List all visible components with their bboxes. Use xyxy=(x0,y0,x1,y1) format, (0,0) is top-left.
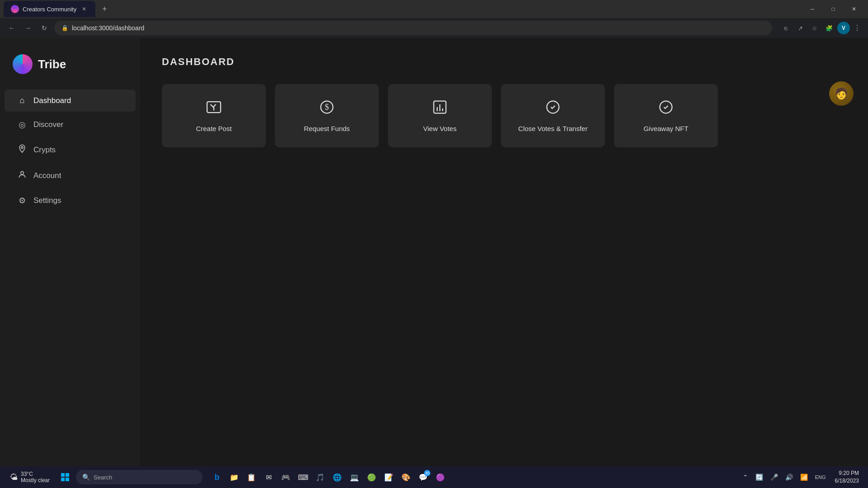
network-icon[interactable]: 🔄 xyxy=(754,472,765,483)
wifi-icon[interactable]: 📶 xyxy=(798,472,810,483)
svg-point-0 xyxy=(21,146,23,148)
close-button[interactable]: ✕ xyxy=(844,0,864,18)
sidebar-logo: Tribe xyxy=(0,47,140,89)
volume-icon[interactable]: 🔊 xyxy=(783,472,795,483)
language-indicator[interactable]: ENG xyxy=(813,474,828,480)
taskbar-chrome[interactable]: 🟢 xyxy=(363,469,380,485)
lock-icon: 🔒 xyxy=(61,25,68,31)
share-icon[interactable]: ↗ xyxy=(794,22,807,34)
lang-text: ENG xyxy=(815,474,826,480)
sidebar-item-discover[interactable]: ◎ Discover xyxy=(5,113,136,136)
tab-bar: Creators Community ✕ + ─ □ ✕ xyxy=(0,0,868,18)
taskbar-edge[interactable]: 🌐 xyxy=(329,469,345,485)
svg-rect-13 xyxy=(66,473,69,477)
weather-widget: 🌤 33°C Mostly clear xyxy=(5,469,54,486)
sidebar-item-account-label: Account xyxy=(33,171,61,180)
browser-chrome: Creators Community ✕ + ─ □ ✕ ← → ↻ 🔒 loc… xyxy=(0,0,868,38)
request-funds-card[interactable]: $ Request Funds xyxy=(275,84,379,147)
sidebar-item-dashboard[interactable]: ⌂ Dashboard xyxy=(5,89,136,112)
svg-text:$: $ xyxy=(325,103,329,112)
taskbar-terminal[interactable]: ⌨ xyxy=(295,469,311,485)
system-tray: ⌃ 🔄 🎤 🔊 📶 ENG 9:20 PM 6/18/2023 xyxy=(741,469,863,485)
taskbar-bing[interactable]: b xyxy=(209,469,225,485)
reload-button[interactable]: ↻ xyxy=(38,22,51,34)
url-bar[interactable]: 🔒 localhost:3000/dashboard xyxy=(54,21,772,35)
create-post-card[interactable]: Create Post xyxy=(162,84,266,147)
taskbar-apps: b 📁 📋 ✉ 🎮 ⌨ 🎵 🌐 💻 🟢 📝 🎨 💬 30 🟣 xyxy=(209,469,448,485)
close-votes-label: Close Votes & Transfer xyxy=(518,125,587,132)
taskbar-clipboard[interactable]: 📋 xyxy=(243,469,259,485)
view-votes-label: View Votes xyxy=(423,125,457,132)
svg-rect-12 xyxy=(61,473,65,477)
browser-menu[interactable]: ⋮ xyxy=(852,22,863,34)
mic-icon[interactable]: 🎤 xyxy=(769,472,780,483)
svg-rect-14 xyxy=(61,478,65,481)
sidebar-item-crypts-label: Crypts xyxy=(33,145,56,155)
date-display: 6/18/2023 xyxy=(835,477,859,485)
discover-icon: ◎ xyxy=(17,120,27,130)
chat-badge: 30 xyxy=(424,470,430,476)
weather-desc: Mostly clear xyxy=(21,477,50,483)
app-container: Tribe ⌂ Dashboard ◎ Discover Crypts xyxy=(0,38,868,466)
browser-profile[interactable]: V xyxy=(837,22,850,34)
taskbar-vscode[interactable]: 💻 xyxy=(346,469,363,485)
time-widget[interactable]: 9:20 PM 6/18/2023 xyxy=(831,469,863,485)
taskbar-search[interactable]: 🔍 Search xyxy=(76,470,203,484)
svg-point-1 xyxy=(21,171,24,174)
sidebar-item-crypts[interactable]: Crypts xyxy=(5,138,136,162)
crypts-icon xyxy=(17,144,27,155)
settings-icon: ⚙ xyxy=(17,196,27,206)
new-tab-button[interactable]: + xyxy=(97,2,112,16)
create-post-label: Create Post xyxy=(196,125,231,132)
view-votes-card[interactable]: View Votes xyxy=(388,84,492,147)
taskbar-notes[interactable]: 📝 xyxy=(381,469,397,485)
account-icon xyxy=(17,170,27,181)
sidebar-item-settings-label: Settings xyxy=(33,196,61,205)
extensions-icon[interactable]: 🧩 xyxy=(823,22,835,34)
dashboard-cards: Create Post $ Request Funds xyxy=(162,84,846,147)
tab-close-button[interactable]: ✕ xyxy=(80,5,88,13)
close-votes-icon xyxy=(545,99,561,118)
url-text: localhost:3000/dashboard xyxy=(72,24,144,32)
user-avatar[interactable]: 🧑 xyxy=(829,81,854,106)
taskbar-gmail[interactable]: ✉ xyxy=(260,469,277,485)
svg-rect-15 xyxy=(66,478,69,481)
chevron-up-icon[interactable]: ⌃ xyxy=(741,472,750,483)
address-actions: ⎋ ↗ ☆ 🧩 V ⋮ xyxy=(779,22,863,34)
giveaway-nft-card[interactable]: Giveaway NFT xyxy=(614,84,718,147)
request-funds-icon: $ xyxy=(319,99,335,118)
taskbar-figma[interactable]: 🎨 xyxy=(398,469,414,485)
taskbar: 🌤 33°C Mostly clear 🔍 Search b 📁 📋 ✉ 🎮 ⌨… xyxy=(0,466,868,488)
weather-temp: 33°C xyxy=(21,471,50,477)
sidebar-item-settings[interactable]: ⚙ Settings xyxy=(5,189,136,212)
time-display: 9:20 PM xyxy=(839,469,859,477)
forward-button[interactable]: → xyxy=(22,22,34,34)
back-button[interactable]: ← xyxy=(5,22,18,34)
bookmark-icon[interactable]: ☆ xyxy=(808,22,821,34)
giveaway-nft-label: Giveaway NFT xyxy=(643,125,688,132)
close-votes-card[interactable]: Close Votes & Transfer xyxy=(501,84,605,147)
sidebar-item-dashboard-label: Dashboard xyxy=(33,96,71,105)
address-bar: ← → ↻ 🔒 localhost:3000/dashboard ⎋ ↗ ☆ 🧩… xyxy=(0,18,868,38)
page-title: DASHBOARD xyxy=(162,56,846,68)
taskbar-music[interactable]: 🎵 xyxy=(312,469,328,485)
sidebar-item-account[interactable]: Account xyxy=(5,164,136,188)
request-funds-label: Request Funds xyxy=(304,125,350,132)
search-label: Search xyxy=(94,474,112,481)
dashboard-icon: ⌂ xyxy=(17,96,27,105)
start-button[interactable] xyxy=(57,469,73,485)
sidebar-item-discover-label: Discover xyxy=(33,120,63,129)
weather-text: 33°C Mostly clear xyxy=(21,471,50,484)
search-icon: 🔍 xyxy=(82,474,90,481)
cast-icon[interactable]: ⎋ xyxy=(779,22,792,34)
create-post-icon xyxy=(206,99,222,118)
taskbar-files[interactable]: 📁 xyxy=(226,469,242,485)
taskbar-games[interactable]: 🎮 xyxy=(278,469,294,485)
active-tab[interactable]: Creators Community ✕ xyxy=(4,1,95,17)
window-controls: ─ □ ✕ xyxy=(802,0,864,18)
minimize-button[interactable]: ─ xyxy=(802,0,823,18)
maximize-button[interactable]: □ xyxy=(823,0,844,18)
main-content: DASHBOARD Create Post $ xyxy=(140,38,868,466)
taskbar-app-purple[interactable]: 🟣 xyxy=(432,469,448,485)
taskbar-chat[interactable]: 💬 30 xyxy=(415,469,431,485)
